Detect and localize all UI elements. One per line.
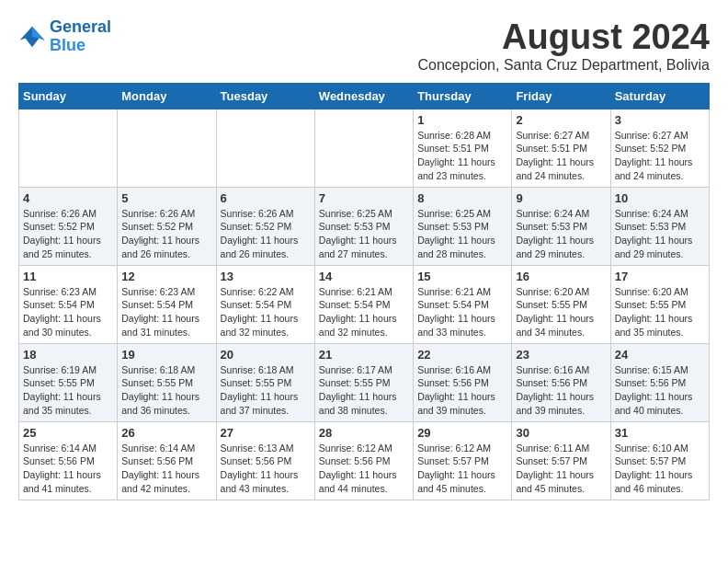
day-info: Sunrise: 6:28 AM Sunset: 5:51 PM Dayligh… [417,129,507,183]
calendar-cell: 11Sunrise: 6:23 AM Sunset: 5:54 PM Dayli… [19,265,118,343]
calendar-cell: 23Sunrise: 6:16 AM Sunset: 5:56 PM Dayli… [512,343,610,421]
calendar-cell: 3Sunrise: 6:27 AM Sunset: 5:52 PM Daylig… [610,109,709,187]
calendar-header-row: SundayMondayTuesdayWednesdayThursdayFrid… [19,83,710,109]
day-number: 20 [221,348,311,362]
day-number: 10 [615,191,705,205]
day-number: 21 [319,348,409,362]
day-info: Sunrise: 6:23 AM Sunset: 5:54 PM Dayligh… [121,285,211,339]
day-info: Sunrise: 6:18 AM Sunset: 5:55 PM Dayligh… [221,363,311,418]
calendar-cell: 27Sunrise: 6:13 AM Sunset: 5:56 PM Dayli… [216,421,314,500]
day-number: 12 [121,270,211,283]
calendar-cell: 13Sunrise: 6:22 AM Sunset: 5:54 PM Dayli… [216,265,314,343]
calendar-cell: 21Sunrise: 6:17 AM Sunset: 5:55 PM Dayli… [314,343,413,421]
calendar-week-1: 1Sunrise: 6:28 AM Sunset: 5:51 PM Daylig… [19,109,710,187]
calendar-cell: 18Sunrise: 6:19 AM Sunset: 5:55 PM Dayli… [19,343,118,421]
day-number: 14 [319,270,409,283]
calendar-cell: 6Sunrise: 6:26 AM Sunset: 5:52 PM Daylig… [216,187,314,265]
calendar-cell: 7Sunrise: 6:25 AM Sunset: 5:53 PM Daylig… [314,187,413,265]
day-number: 2 [516,113,606,127]
day-number: 18 [23,348,113,362]
day-info: Sunrise: 6:21 AM Sunset: 5:54 PM Dayligh… [417,285,507,339]
logo: General Blue [18,18,111,55]
calendar-table: SundayMondayTuesdayWednesdayThursdayFrid… [18,83,710,500]
day-info: Sunrise: 6:10 AM Sunset: 5:57 PM Dayligh… [615,442,705,496]
day-info: Sunrise: 6:21 AM Sunset: 5:54 PM Dayligh… [319,285,409,339]
month-title: August 2024 [418,18,711,57]
calendar-cell: 29Sunrise: 6:12 AM Sunset: 5:57 PM Dayli… [414,421,512,500]
day-info: Sunrise: 6:23 AM Sunset: 5:54 PM Dayligh… [23,285,113,339]
calendar-cell [118,109,216,187]
calendar-cell: 17Sunrise: 6:20 AM Sunset: 5:55 PM Dayli… [610,265,709,343]
calendar-week-2: 4Sunrise: 6:26 AM Sunset: 5:52 PM Daylig… [19,187,710,265]
day-number: 19 [121,348,211,362]
calendar-cell: 31Sunrise: 6:10 AM Sunset: 5:57 PM Dayli… [610,421,709,500]
day-number: 8 [417,191,507,205]
header-saturday: Saturday [610,83,709,109]
day-info: Sunrise: 6:13 AM Sunset: 5:56 PM Dayligh… [221,442,311,496]
day-number: 17 [615,270,705,283]
day-number: 11 [23,270,113,283]
day-number: 9 [516,191,606,205]
calendar-cell: 2Sunrise: 6:27 AM Sunset: 5:51 PM Daylig… [512,109,610,187]
day-number: 30 [516,426,606,440]
day-number: 4 [23,191,113,205]
location-subtitle: Concepcion, Santa Cruz Department, Boliv… [418,57,711,74]
day-number: 31 [615,426,705,440]
calendar-cell: 5Sunrise: 6:26 AM Sunset: 5:52 PM Daylig… [118,187,216,265]
calendar-cell: 30Sunrise: 6:11 AM Sunset: 5:57 PM Dayli… [512,421,610,500]
day-info: Sunrise: 6:20 AM Sunset: 5:55 PM Dayligh… [516,285,606,339]
day-info: Sunrise: 6:27 AM Sunset: 5:52 PM Dayligh… [615,129,705,183]
calendar-cell: 28Sunrise: 6:12 AM Sunset: 5:56 PM Dayli… [314,421,413,500]
day-number: 25 [23,426,113,440]
page-header: General Blue August 2024 Concepcion, San… [18,18,710,74]
day-info: Sunrise: 6:11 AM Sunset: 5:57 PM Dayligh… [516,442,606,496]
day-number: 27 [221,426,311,440]
day-number: 1 [417,113,507,127]
day-info: Sunrise: 6:12 AM Sunset: 5:56 PM Dayligh… [319,442,409,496]
day-number: 26 [121,426,211,440]
day-number: 23 [516,348,606,362]
day-info: Sunrise: 6:26 AM Sunset: 5:52 PM Dayligh… [121,207,211,261]
day-number: 15 [417,270,507,283]
calendar-week-5: 25Sunrise: 6:14 AM Sunset: 5:56 PM Dayli… [19,421,710,500]
day-number: 29 [417,426,507,440]
calendar-cell [314,109,413,187]
day-number: 3 [615,113,705,127]
day-info: Sunrise: 6:14 AM Sunset: 5:56 PM Dayligh… [23,442,113,496]
calendar-cell: 10Sunrise: 6:24 AM Sunset: 5:53 PM Dayli… [610,187,709,265]
day-number: 6 [221,191,311,205]
day-number: 28 [319,426,409,440]
day-info: Sunrise: 6:12 AM Sunset: 5:57 PM Dayligh… [417,442,507,496]
header-friday: Friday [512,83,610,109]
calendar-cell [19,109,118,187]
day-number: 5 [121,191,211,205]
day-info: Sunrise: 6:24 AM Sunset: 5:53 PM Dayligh… [516,207,606,261]
calendar-week-3: 11Sunrise: 6:23 AM Sunset: 5:54 PM Dayli… [19,265,710,343]
calendar-cell: 8Sunrise: 6:25 AM Sunset: 5:53 PM Daylig… [414,187,512,265]
header-tuesday: Tuesday [216,83,314,109]
day-info: Sunrise: 6:26 AM Sunset: 5:52 PM Dayligh… [221,207,311,261]
day-info: Sunrise: 6:18 AM Sunset: 5:55 PM Dayligh… [121,363,211,418]
header-thursday: Thursday [414,83,512,109]
calendar-cell: 4Sunrise: 6:26 AM Sunset: 5:52 PM Daylig… [19,187,118,265]
day-number: 16 [516,270,606,283]
calendar-cell: 19Sunrise: 6:18 AM Sunset: 5:55 PM Dayli… [118,343,216,421]
calendar-cell: 22Sunrise: 6:16 AM Sunset: 5:56 PM Dayli… [414,343,512,421]
day-number: 13 [221,270,311,283]
day-info: Sunrise: 6:16 AM Sunset: 5:56 PM Dayligh… [417,363,507,418]
calendar-week-4: 18Sunrise: 6:19 AM Sunset: 5:55 PM Dayli… [19,343,710,421]
day-number: 24 [615,348,705,362]
calendar-cell: 1Sunrise: 6:28 AM Sunset: 5:51 PM Daylig… [414,109,512,187]
calendar-cell: 20Sunrise: 6:18 AM Sunset: 5:55 PM Dayli… [216,343,314,421]
header-sunday: Sunday [19,83,118,109]
header-wednesday: Wednesday [314,83,413,109]
day-info: Sunrise: 6:17 AM Sunset: 5:55 PM Dayligh… [319,363,409,418]
logo-text: General Blue [50,18,111,55]
day-info: Sunrise: 6:25 AM Sunset: 5:53 PM Dayligh… [319,207,409,261]
day-info: Sunrise: 6:19 AM Sunset: 5:55 PM Dayligh… [23,363,113,418]
calendar-cell [216,109,314,187]
day-info: Sunrise: 6:16 AM Sunset: 5:56 PM Dayligh… [516,363,606,418]
calendar-cell: 16Sunrise: 6:20 AM Sunset: 5:55 PM Dayli… [512,265,610,343]
day-info: Sunrise: 6:25 AM Sunset: 5:53 PM Dayligh… [417,207,507,261]
calendar-cell: 14Sunrise: 6:21 AM Sunset: 5:54 PM Dayli… [314,265,413,343]
